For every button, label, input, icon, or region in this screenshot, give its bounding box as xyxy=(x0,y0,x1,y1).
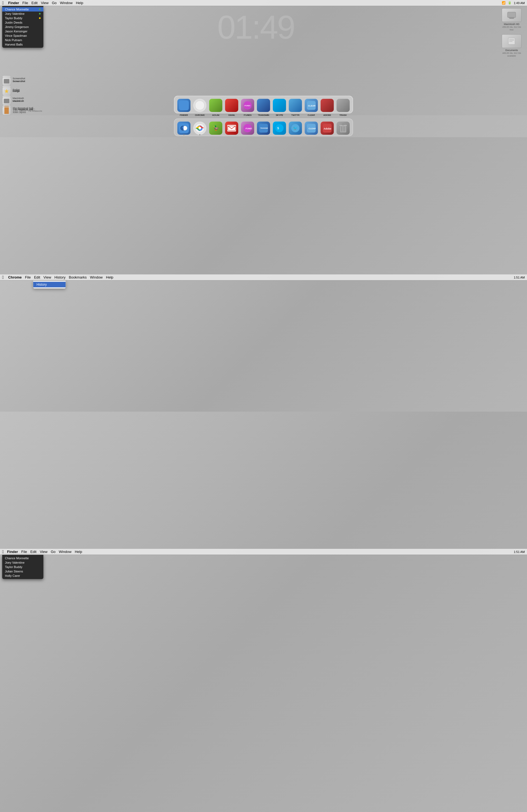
dock-3-chrome[interactable] xyxy=(193,97,207,112)
contact-name: Joey Valentine xyxy=(5,12,25,15)
apple-menu-3[interactable]:  xyxy=(2,549,4,554)
contact-vince[interactable]: Vince Spaolman xyxy=(2,33,43,38)
dock-icon-clear[interactable]: CLEAR xyxy=(304,120,319,135)
dock-icon-skype[interactable]: S xyxy=(272,120,287,135)
contact-joey[interactable]: Joey Valentine xyxy=(2,12,43,16)
dock-3-twitter[interactable] xyxy=(288,97,303,112)
svg-point-18 xyxy=(182,127,184,128)
menubar-right-1: 📶 🔋 1:49 AM xyxy=(502,1,525,5)
menubar3-finder[interactable]: Finder xyxy=(7,550,18,554)
dock-3-adium[interactable] xyxy=(208,97,223,112)
dock-3-transmin[interactable] xyxy=(256,97,271,112)
dock-icon-adobe[interactable]: Adobe xyxy=(320,120,334,135)
svg-rect-1 xyxy=(509,17,514,18)
svg-text:iTUNES: iTUNES xyxy=(244,105,250,106)
transmit-icon: TRANSMIN xyxy=(257,121,270,135)
dock-3-trash[interactable] xyxy=(336,97,351,112)
dock-icon-finder[interactable] xyxy=(176,120,191,135)
menubar-edit[interactable]: Edit xyxy=(31,1,38,5)
svg-text:iTUNES: iTUNES xyxy=(245,128,252,130)
desktop-icon-screenshot-3[interactable]: Screenshot xyxy=(2,77,35,86)
menubar3-file[interactable]: File xyxy=(22,550,27,554)
dock-icon-trash[interactable] xyxy=(336,120,351,135)
menubar3-window[interactable]: Window xyxy=(59,550,71,554)
contact-name: Holly Carer xyxy=(5,574,20,577)
itunes-icon-3: iTUNES xyxy=(241,99,254,112)
contact3-taylor[interactable]: Taylor Buddy xyxy=(2,565,43,569)
dock-container-3: iTUNES CLEAR xyxy=(174,96,353,113)
menubar2-view[interactable]: View xyxy=(43,275,51,279)
menubar2-chrome[interactable]: Chrome xyxy=(8,275,22,279)
svg-text:CLEAR: CLEAR xyxy=(308,104,316,107)
menubar-view[interactable]: View xyxy=(41,1,48,5)
dock-icon-twitter[interactable]: 🐦 xyxy=(288,120,303,135)
dock-3-gmail[interactable] xyxy=(224,97,239,112)
desktop-section-2:  Chrome File Edit View History Bookmark… xyxy=(0,137,527,274)
menubar2-edit[interactable]: Edit xyxy=(34,275,40,279)
menubar2-bookmarks[interactable]: Bookmarks xyxy=(69,275,87,279)
menubar-help[interactable]: Help xyxy=(76,1,83,5)
history-item-history[interactable]: History xyxy=(33,282,66,287)
contact3-joey[interactable]: Joey Valentine xyxy=(2,560,43,565)
dock-icon-adium[interactable]: 🦆 xyxy=(208,120,223,135)
adium-icon-3 xyxy=(209,99,222,112)
dock-icon-transmit[interactable]: TRANSMIN xyxy=(256,120,271,135)
contact-name: Joey Valentine xyxy=(5,561,25,564)
contact3-julian[interactable]: Julian Steens xyxy=(2,569,43,574)
chrome-dot xyxy=(199,134,200,135)
contact-taylor[interactable]: Taylor Buddy xyxy=(2,16,43,20)
contact-name: Nick Putnam xyxy=(5,39,22,42)
dock-3-finder[interactable] xyxy=(176,97,191,112)
menubar3-view[interactable]: View xyxy=(40,550,47,554)
menubar-go[interactable]: Go xyxy=(52,1,57,5)
svg-text:CLEAR: CLEAR xyxy=(309,127,316,130)
rp-documents[interactable]: Documents469.65 Gb, 312 Gb available xyxy=(501,34,523,57)
contact3-holly[interactable]: Holly Carer xyxy=(2,574,43,578)
svg-text:🐦: 🐦 xyxy=(293,126,298,131)
contact-nick[interactable]: Nick Putnam xyxy=(2,38,43,42)
dock-3-clear[interactable]: CLEAR xyxy=(304,97,319,112)
svg-point-19 xyxy=(182,128,184,130)
menubar-clock-1: 1:49 AM xyxy=(514,1,525,5)
contact-harvest[interactable]: Harvest Balls xyxy=(2,42,43,47)
contacts-dropdown-1: Chance Monnette Joey Valentine Taylor Bu… xyxy=(2,6,43,48)
twitter-icon: 🐦 xyxy=(289,121,302,135)
desktop-section-4 xyxy=(0,411,527,812)
apple-menu-2[interactable]:  xyxy=(2,275,4,280)
menubar3-go[interactable]: Go xyxy=(51,550,55,554)
menubar2-window[interactable]: Window xyxy=(90,275,103,279)
dock-icon-itunes[interactable]: iTUNES xyxy=(240,120,255,135)
history-dropdown: History xyxy=(33,280,66,289)
menubar2-help[interactable]: Help xyxy=(106,275,113,279)
contact3-chance[interactable]: Chance Monnette xyxy=(2,556,43,560)
trash-icon-3 xyxy=(337,99,350,112)
badge-label-3: Badge xyxy=(13,90,20,92)
contact-jimmy[interactable]: Jimmy Gregerson xyxy=(2,25,43,29)
dock-icon-gmail[interactable] xyxy=(224,120,239,135)
contact-chance[interactable]: Chance Monnette xyxy=(2,7,43,12)
menubar2-history[interactable]: History xyxy=(54,275,65,279)
menubar-left-1:  Finder File Edit View Go Window Help xyxy=(2,1,502,5)
contact-jason[interactable]: Jason Kensinger xyxy=(2,29,43,33)
menubar-file[interactable]: File xyxy=(23,1,28,5)
contact-name: Taylor Buddy xyxy=(5,16,23,20)
dock-3-skype[interactable] xyxy=(272,97,287,112)
menubar3-help[interactable]: Help xyxy=(75,550,82,554)
dock-3-itunes[interactable]: iTUNES xyxy=(240,97,255,112)
clock-1: 01:49 xyxy=(217,8,294,46)
menubar3-edit[interactable]: Edit xyxy=(30,550,37,554)
menubar-finder[interactable]: Finder xyxy=(8,1,19,5)
contact-justin[interactable]: Justin Deeds xyxy=(2,20,43,25)
menubar-window[interactable]: Window xyxy=(60,1,72,5)
apple-menu-1[interactable]:  xyxy=(2,1,4,5)
menubar2-clock: 1:51 AM xyxy=(514,276,525,279)
finder-icon xyxy=(177,121,190,135)
dock-3-adobe[interactable] xyxy=(320,97,334,112)
adium-icon: 🦆 xyxy=(209,121,222,135)
rp-macintosh-hd[interactable]: Macintosh HD459.65 Gb, 312 Gb free xyxy=(501,8,523,31)
contact-name: Chance Monnette xyxy=(5,8,29,11)
desktop-section-3:  Finder File Edit View Go Window Help 1… xyxy=(0,274,527,411)
dock-icon-chrome[interactable] xyxy=(193,120,207,135)
menubar2-right: 1:51 AM xyxy=(514,276,525,279)
menubar2-file[interactable]: File xyxy=(25,275,31,279)
